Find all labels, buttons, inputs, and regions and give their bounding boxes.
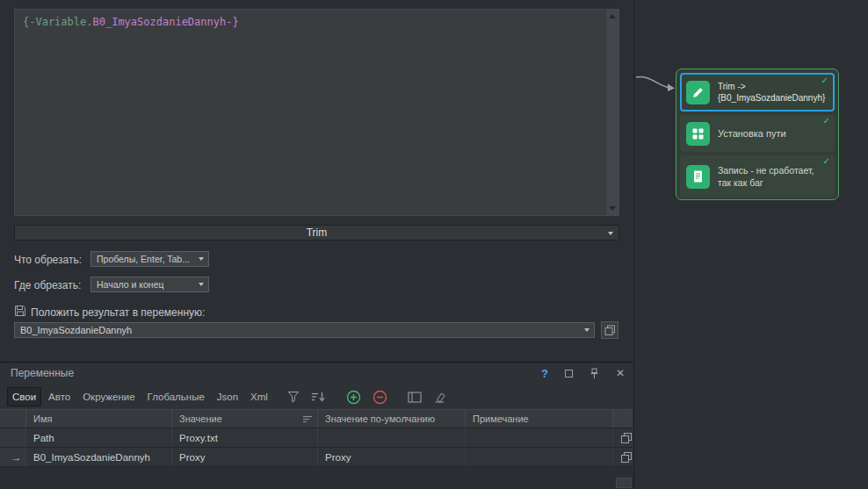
tab-json[interactable]: Json [212,387,243,406]
copy-icon [621,452,632,463]
triangle-down-icon [609,206,616,211]
variables-panel-title: Переменные [11,367,74,379]
action-type-select[interactable]: Trim [14,225,619,241]
app-window: {-Variable.B0_ImyaSozdanieDannyh-} Trim … [0,0,868,489]
copy-variable-button[interactable] [601,321,618,339]
cell-default: Proxy [318,448,466,466]
column-header-default[interactable]: Значение по-умолчанию [318,410,466,428]
cell-note [466,428,613,447]
tab-environment[interactable]: Окружение [77,387,140,406]
editor-scrollbar[interactable] [605,10,618,215]
cell-note [466,448,613,466]
result-variable-select[interactable]: B0_ImyaSozdanieDannyh [14,322,595,338]
variables-tabs: Свои Авто Окружение Глобальные Json Xml [7,385,446,408]
scrollbar-corner[interactable] [616,478,632,488]
flow-item-label: Запись - не сработает, так как баг [718,164,814,189]
flow-item-label: Trim -> {B0_ImyaSozdanieDannyh} [718,81,825,104]
scroll-up-button[interactable] [606,10,619,23]
check-icon: ✓ [823,116,830,126]
triangle-up-icon [609,14,616,18]
column-header-note[interactable]: Примечание [466,410,613,428]
scroll-down-button[interactable] [606,202,619,215]
grid-icon [686,122,710,146]
row-indicator-cell [0,428,26,447]
grid-empty-area [0,467,633,489]
cell-value: Proxy.txt [172,428,318,447]
copy-row-button[interactable] [613,428,633,447]
panel-view-button[interactable] [408,392,422,403]
cell-name: B0_ImyaSozdanieDannyh [26,448,172,466]
sort-indicator-icon [303,415,312,423]
flow-item-trim[interactable]: Trim -> {B0_ImyaSozdanieDannyh} ✓ [680,73,835,111]
filter-button[interactable] [287,391,300,403]
flow-item-label: Установка пути [718,127,786,140]
chevron-down-icon [199,257,204,261]
variables-grid: Имя Значение Значение по-умолчанию Приме… [0,409,633,489]
maximize-button[interactable] [565,370,573,378]
value-editor[interactable]: {-Variable.B0_ImyaSozdanieDannyh-} [14,9,619,216]
document-icon [686,165,710,189]
tab-auto[interactable]: Авто [43,387,76,406]
copy-icon [604,325,616,336]
flow-connector-arrow [633,70,677,95]
add-variable-button[interactable] [346,390,361,405]
variables-panel-header: Переменные ? ✕ [0,363,633,384]
help-button[interactable]: ? [541,367,548,380]
grid-header-gutter [0,410,26,428]
sort-button[interactable] [311,391,326,403]
column-header-value[interactable]: Значение [172,410,318,428]
copy-row-button[interactable] [613,448,633,466]
close-button[interactable]: ✕ [616,367,625,379]
flow-item-write[interactable]: Запись - не сработает, так как баг ✓ [680,155,835,198]
check-icon: ✓ [823,156,830,166]
action-type-value: Trim [307,227,328,239]
table-row[interactable]: → B0_ImyaSozdanieDannyh Proxy Proxy [0,448,633,467]
chevron-down-icon [584,328,590,332]
chevron-down-icon [199,283,204,286]
macro-variable-name: B0_ImyaSozdanieDannyh [92,16,226,28]
trim-where-value: Начало и конец [97,279,164,290]
save-icon [14,305,26,317]
column-header-value-label: Значение [179,413,222,424]
pin-button[interactable] [590,368,599,379]
tab-xml[interactable]: Xml [245,387,273,406]
result-variable-value: B0_ImyaSozdanieDannyh [20,325,132,335]
macro-prefix: {-Variable. [23,16,92,28]
grid-header-row: Имя Значение Значение по-умолчанию Приме… [0,409,633,428]
flow-item-set-path[interactable]: Установка пути ✓ [680,115,835,152]
check-icon: ✓ [821,76,828,85]
trim-what-value: Пробелы, Enter, Tab... [97,254,190,264]
remove-variable-button[interactable] [373,390,387,405]
cell-default [318,428,466,447]
column-header-name[interactable]: Имя [26,410,172,428]
cell-value: Proxy [172,448,318,466]
result-variable-label: Положить результат в переменную: [31,306,205,319]
macro-suffix: -} [226,16,238,28]
trim-what-select[interactable]: Пробелы, Enter, Tab... [90,251,209,267]
eraser-button[interactable] [433,391,446,403]
flow-group-box: Trim -> {B0_ImyaSozdanieDannyh} ✓ Устано… [676,68,839,200]
tab-own[interactable]: Свои [7,387,41,406]
cell-name: Path [26,428,172,447]
grid-header-strip [613,410,633,428]
tab-global[interactable]: Глобальные [142,387,210,406]
current-row-arrow-icon: → [11,451,22,464]
row-indicator-cell: → [0,448,26,466]
macro-text: {-Variable.B0_ImyaSozdanieDannyh-} [23,16,239,28]
trim-where-select[interactable]: Начало и конец [90,277,209,292]
chevron-down-icon [608,232,613,235]
pencil-icon [686,81,710,104]
variables-panel: Переменные ? ✕ Свои Авто Окружение Глоба… [0,362,633,489]
table-row[interactable]: Path Proxy.txt [0,428,633,448]
trim-where-label: Где обрезать: [14,279,81,291]
copy-icon [621,433,632,443]
trim-what-label: Что обрезать: [14,254,82,266]
